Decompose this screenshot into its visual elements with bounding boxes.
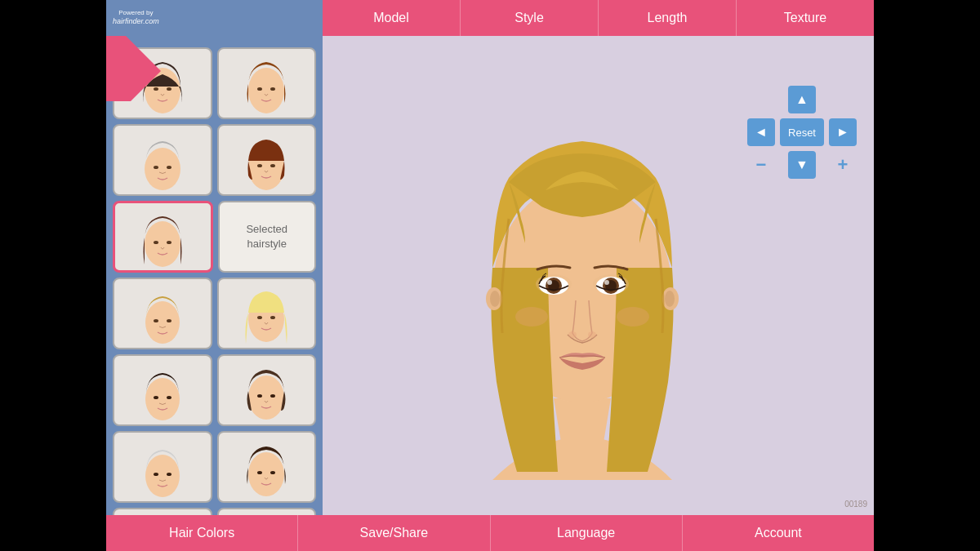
hairstyle-thumb-11[interactable] [113,431,212,503]
svg-point-3 [248,68,284,113]
svg-point-22 [154,396,158,399]
svg-point-53 [617,307,649,327]
tab-style[interactable]: Style [461,0,599,36]
brand-line2: hairfinder.com [113,17,159,27]
hairstyle-thumb-12[interactable] [217,431,317,503]
svg-point-10 [257,164,262,167]
tab-hair-colors[interactable]: Hair Colors [106,515,298,551]
svg-point-51 [588,331,596,338]
hairstyle-thumb-4[interactable] [217,124,317,196]
svg-point-12 [145,221,180,267]
brand-badge: Powered by hairfinder.com [113,9,159,27]
svg-point-6 [145,148,180,190]
svg-point-57 [665,291,675,307]
nav-down-button[interactable]: ▼ [788,151,816,179]
svg-point-27 [145,455,180,497]
svg-point-20 [270,316,275,319]
bottom-nav: Hair Colors Save/Share Language Account [106,515,874,551]
preview-area: ▲ ◄ Reset ► − ▼ + [323,36,874,515]
nav-right-button[interactable]: ► [829,118,857,146]
hairstyle-thumb-7[interactable] [113,278,212,349]
svg-point-24 [248,375,284,420]
svg-point-16 [154,319,158,322]
tab-texture[interactable]: Texture [737,0,874,36]
tab-save-share[interactable]: Save/Share [298,515,490,551]
svg-point-14 [167,241,172,244]
tab-model[interactable]: Model [323,0,461,36]
selected-hairstyle-label-box: Selected hairstyle [218,201,317,273]
svg-point-11 [270,164,275,167]
tab-language[interactable]: Language [491,515,683,551]
svg-point-13 [154,241,158,244]
hairstyle-thumb-9[interactable] [113,354,212,426]
hairstyle-thumb-10[interactable] [217,354,317,426]
svg-point-55 [490,291,500,307]
svg-point-7 [154,166,158,169]
brand-line1: Powered by [113,9,159,17]
svg-point-32 [270,471,275,474]
svg-point-26 [270,394,275,398]
svg-point-19 [257,316,262,319]
svg-point-15 [145,301,180,344]
nav-up-button[interactable]: ▲ [788,86,816,113]
hairstyle-sidebar: Powered by hairfinder.com [106,36,323,515]
svg-point-25 [257,394,262,398]
selected-label: Selected hairstyle [246,222,287,251]
svg-point-8 [167,166,172,169]
hairstyle-thumb-13[interactable] [113,508,212,515]
tab-length[interactable]: Length [599,0,737,36]
watermark: 00189 [844,500,867,509]
svg-point-23 [167,396,172,399]
model-preview [427,56,770,513]
svg-point-5 [270,87,275,91]
svg-point-17 [167,319,172,322]
reset-button[interactable]: Reset [780,118,824,146]
zoom-in-button[interactable]: + [829,151,857,179]
svg-point-31 [257,471,262,474]
svg-point-29 [167,473,172,476]
svg-point-28 [154,473,158,476]
svg-point-50 [568,331,577,338]
hairstyle-thumb-3[interactable] [113,124,212,196]
tab-account[interactable]: Account [683,515,874,551]
svg-point-30 [248,452,284,496]
svg-point-52 [515,307,548,327]
hairstyle-thumb-5[interactable] [113,201,213,273]
svg-point-4 [257,87,262,91]
hairstyle-thumb-8[interactable] [217,278,317,349]
hairstyle-thumb-2[interactable] [217,47,317,119]
svg-point-49 [604,280,609,285]
svg-point-21 [145,378,180,420]
svg-point-45 [547,280,552,285]
hairstyle-thumb-14[interactable] [217,508,317,515]
